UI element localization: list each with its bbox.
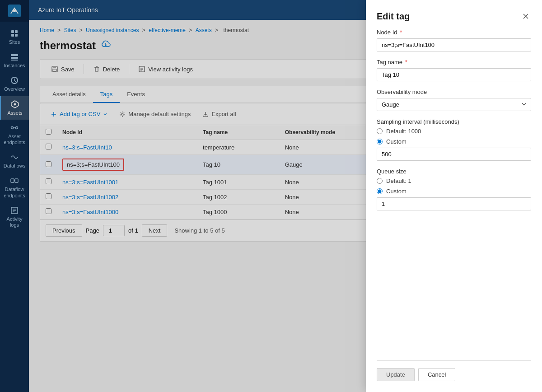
svg-point-12: [16, 126, 18, 129]
row-checkbox[interactable]: [46, 161, 51, 167]
svg-rect-4: [11, 34, 14, 37]
queue-default-radio[interactable]: [377, 178, 383, 184]
sidebar-item-asset-endpoints[interactable]: Asset endpoints: [0, 120, 29, 149]
select-all-checkbox[interactable]: [46, 129, 51, 135]
dropdown-arrow-icon: [103, 112, 107, 117]
of-label: of 1: [128, 227, 138, 234]
activity-logs-icon: [10, 206, 19, 215]
cloud-sync-icon: [100, 39, 111, 52]
sidebar-item-overview-label: Overview: [4, 86, 25, 92]
svg-rect-8: [11, 60, 18, 61]
export-all-button[interactable]: Export all: [197, 108, 241, 120]
breadcrumb-assets[interactable]: Assets: [196, 27, 212, 33]
sampling-label: Sampling interval (milliseconds): [377, 118, 531, 125]
breadcrumb-home[interactable]: Home: [40, 27, 54, 33]
svg-rect-23: [53, 66, 56, 68]
tab-asset-details[interactable]: Asset details: [45, 86, 93, 103]
overview-icon: [10, 76, 19, 85]
previous-button[interactable]: Previous: [46, 224, 82, 237]
delete-icon: [93, 65, 100, 73]
panel-title: Edit tag: [377, 11, 410, 22]
tab-events[interactable]: Events: [120, 86, 152, 103]
app-logo: [0, 0, 29, 22]
sidebar-item-dataflow-endpoints-label: Dataflow endpoints: [2, 187, 27, 198]
sidebar-item-overview[interactable]: Overview: [0, 72, 29, 96]
gear-icon: [119, 111, 126, 117]
assets-icon: [10, 100, 19, 109]
save-icon: [51, 65, 58, 73]
view-activity-button[interactable]: View activity logs: [133, 63, 198, 75]
node-id-link[interactable]: ns=3;s=FastUInt1001: [62, 179, 118, 186]
sidebar-item-assets-label: Assets: [7, 110, 22, 116]
edit-panel: Edit tag Node Id * Tag name * Observabil…: [366, 0, 542, 392]
svg-point-1: [13, 9, 16, 12]
sidebar-item-dataflow-endpoints[interactable]: Dataflow endpoints: [0, 173, 29, 202]
sampling-custom-radio[interactable]: [377, 139, 383, 145]
sidebar-item-sites[interactable]: Sites: [0, 25, 29, 49]
sampling-default-option[interactable]: Default: 1000: [377, 128, 531, 135]
observability-select[interactable]: None Gauge Counter Histogram Log: [377, 98, 531, 111]
tag-name-input[interactable]: [377, 68, 531, 81]
delete-button[interactable]: Delete: [88, 63, 126, 75]
tab-tags[interactable]: Tags: [93, 86, 120, 103]
sidebar-item-dataflows-label: Dataflows: [4, 163, 25, 169]
page-number-input[interactable]: [103, 225, 125, 236]
svg-rect-5: [15, 34, 18, 37]
queue-custom-option[interactable]: Custom: [377, 188, 531, 195]
sampling-custom-input[interactable]: [377, 148, 531, 161]
activity-icon: [138, 65, 145, 73]
row-checkbox[interactable]: [46, 193, 51, 199]
node-id-field: Node Id *: [377, 29, 531, 51]
app-title: Azure IoT Operations: [38, 6, 98, 14]
node-id-link[interactable]: ns=3;s=FastUInt1000: [62, 209, 118, 215]
sidebar-item-activity-logs-label: Activity logs: [2, 216, 27, 228]
svg-rect-24: [53, 69, 56, 71]
queue-label: Queue size: [377, 168, 531, 175]
row-checkbox[interactable]: [46, 178, 51, 184]
sites-icon: [10, 29, 19, 38]
close-icon: [522, 13, 529, 20]
svg-point-11: [11, 126, 14, 129]
breadcrumb-effective-meme[interactable]: effective-meme: [149, 27, 186, 33]
sampling-field: Sampling interval (milliseconds) Default…: [377, 118, 531, 161]
save-button[interactable]: Save: [46, 63, 80, 75]
node-id-link[interactable]: ns=3;s=FastUInt1002: [62, 194, 118, 201]
sampling-radio-group: Default: 1000 Custom: [377, 128, 531, 145]
tag-name-cell: Tag 1001: [197, 175, 280, 190]
col-tag-name: Tag name: [197, 125, 280, 140]
sidebar-item-instances[interactable]: Instances: [0, 49, 29, 72]
sidebar-item-instances-label: Instances: [4, 63, 25, 69]
tag-name-cell: temperature: [197, 140, 280, 155]
sidebar-item-assets[interactable]: Assets: [0, 96, 29, 120]
sidebar-item-activity-logs[interactable]: Activity logs: [0, 202, 29, 232]
row-checkbox[interactable]: [46, 144, 51, 149]
tag-name-cell: Tag 10: [197, 155, 280, 175]
dataflows-icon: [10, 153, 19, 162]
svg-point-10: [14, 103, 16, 105]
queue-custom-radio[interactable]: [377, 188, 383, 194]
svg-rect-14: [11, 179, 14, 182]
next-button[interactable]: Next: [142, 224, 168, 237]
node-id-link[interactable]: ns=3;s=FastUInt10: [62, 144, 112, 151]
breadcrumb-unassigned[interactable]: Unassigned instances: [86, 27, 139, 33]
manage-settings-button[interactable]: Manage default settings: [114, 108, 196, 120]
col-node-id: Node Id: [57, 125, 197, 140]
instances-icon: [10, 52, 19, 61]
svg-rect-3: [15, 30, 18, 33]
row-checkbox[interactable]: [46, 208, 51, 214]
breadcrumb-sites[interactable]: Sites: [64, 27, 76, 33]
queue-field: Queue size Default: 1 Custom: [377, 168, 531, 210]
node-id-input[interactable]: [377, 38, 531, 51]
queue-custom-input[interactable]: [377, 197, 531, 210]
add-tag-button[interactable]: Add tag or CSV: [46, 108, 112, 120]
close-panel-button[interactable]: [520, 11, 531, 22]
queue-default-option[interactable]: Default: 1: [377, 177, 531, 184]
cancel-button[interactable]: Cancel: [418, 368, 455, 381]
sampling-default-radio[interactable]: [377, 128, 383, 134]
update-button[interactable]: Update: [377, 368, 415, 381]
sidebar-item-sites-label: Sites: [9, 39, 20, 45]
sidebar-item-dataflows[interactable]: Dataflows: [0, 149, 29, 173]
observability-field: Observability mode None Gauge Counter Hi…: [377, 89, 531, 111]
sampling-custom-option[interactable]: Custom: [377, 138, 531, 145]
sidebar: Sites Instances Overview Assets Asset en…: [0, 0, 29, 392]
